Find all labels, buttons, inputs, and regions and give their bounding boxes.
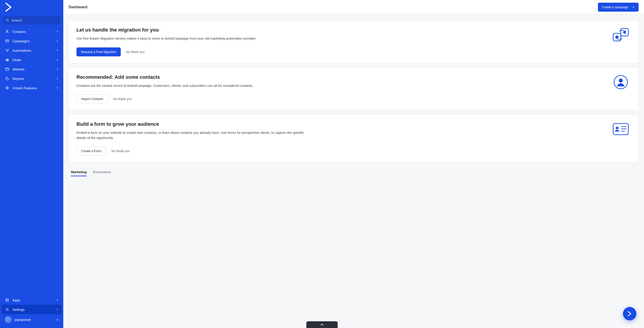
create-form-button[interactable]: Create a Form [76, 147, 106, 156]
search-box[interactable] [3, 16, 60, 25]
drawer-handle[interactable] [306, 321, 338, 328]
brand-chevron-icon [627, 311, 632, 316]
card-form: Build a form to grow your audience Embed… [69, 114, 639, 162]
target-icon [5, 86, 10, 90]
svg-line-1 [8, 21, 9, 22]
chevron-right-icon [56, 299, 58, 301]
svg-rect-15 [8, 299, 9, 300]
nav-item-reports[interactable]: Reports [2, 74, 62, 83]
nav-item-automations[interactable]: Automations [2, 46, 62, 55]
search-container [0, 14, 63, 26]
svg-rect-10 [6, 68, 9, 71]
account-name: popupsmart [14, 318, 54, 321]
chevron-right-icon [56, 77, 58, 80]
nav-item-unlock-features[interactable]: Unlock Features [2, 83, 62, 93]
card-desc: Embed a form on your website to create n… [76, 130, 311, 140]
chevron-right-icon [56, 68, 58, 70]
app-logo[interactable] [0, 0, 63, 14]
migration-illustration [611, 27, 631, 56]
create-campaign-label: Create a campaign [602, 5, 628, 9]
card-desc: Contacts are the central record of Activ… [76, 83, 311, 88]
tab-marketing[interactable]: Marketing [71, 168, 87, 176]
nav-item-settings[interactable]: Settings [2, 305, 62, 314]
card-contacts: Recommended: Add some contacts Contacts … [69, 67, 639, 111]
dismiss-link[interactable]: No thank you [126, 50, 145, 54]
nav-label: Automations [12, 49, 53, 52]
chevron-up-icon [320, 323, 324, 326]
gear-icon [5, 307, 10, 311]
nav-item-campaigns[interactable]: Campaigns [2, 36, 62, 46]
main: Dashboard Create a campaign ▼ Let us han… [63, 0, 644, 328]
svg-point-18 [7, 309, 8, 310]
card-body: Let us handle the migration for you Our … [76, 27, 602, 56]
search-icon [6, 18, 9, 22]
svg-rect-8 [7, 58, 8, 61]
svg-point-6 [7, 51, 8, 52]
nav-item-deals[interactable]: Deals [2, 55, 62, 65]
nav-label: Campaigns [12, 39, 53, 43]
nav-label: Website [12, 67, 53, 71]
account-menu[interactable]: popupsmart [2, 314, 62, 325]
chevron-right-icon [56, 308, 58, 310]
page-title: Dashboard [69, 5, 88, 9]
svg-rect-16 [6, 300, 7, 301]
window-icon [5, 67, 10, 71]
form-illustration [611, 121, 631, 156]
create-campaign-button[interactable]: Create a campaign ▼ [598, 3, 639, 12]
dismiss-link[interactable]: No thank you [113, 97, 132, 101]
card-actions: Request a Free Migration No thank you [76, 48, 602, 56]
svg-point-25 [616, 127, 618, 129]
svg-point-4 [6, 49, 6, 50]
secondary-nav: Apps Settings popupsmart [0, 294, 63, 328]
pie-icon [5, 77, 10, 81]
svg-rect-9 [8, 59, 8, 61]
chevron-right-icon [56, 49, 58, 52]
content-area: Let us handle the migration for you Our … [63, 14, 644, 328]
card-body: Recommended: Add some contacts Contacts … [76, 74, 602, 104]
mail-icon [5, 39, 10, 43]
card-title: Build a form to grow your audience [76, 121, 602, 127]
chevron-right-icon [56, 87, 58, 89]
svg-rect-17 [8, 300, 9, 301]
bars-icon [5, 58, 10, 62]
caret-down-icon: ▼ [632, 6, 634, 8]
nav-label: Reports [12, 77, 53, 81]
svg-point-2 [6, 30, 8, 32]
nav-item-website[interactable]: Website [2, 65, 62, 74]
card-title: Let us handle the migration for you [76, 27, 602, 33]
chevron-right-icon [56, 59, 58, 61]
request-migration-button[interactable]: Request a Free Migration [76, 48, 121, 56]
nav-label: Contacts [12, 30, 53, 34]
nav-label: Deals [12, 58, 53, 62]
card-desc: Our free Expert Migration service makes … [76, 36, 311, 41]
svg-rect-7 [6, 60, 6, 61]
card-body: Build a form to grow your audience Embed… [76, 121, 602, 156]
import-contacts-button[interactable]: Import Contacts [76, 94, 108, 103]
avatar [5, 316, 12, 323]
help-fab[interactable] [623, 307, 636, 320]
topbar: Dashboard Create a campaign ▼ [63, 0, 644, 14]
svg-point-23 [619, 79, 623, 83]
nav-item-contacts[interactable]: Contacts [2, 27, 62, 36]
svg-rect-14 [6, 299, 7, 300]
brand-chevron-icon [5, 3, 12, 12]
tab-ecommerce[interactable]: Ecommerce [93, 168, 111, 176]
user-icon [5, 30, 10, 34]
dismiss-link[interactable]: No thank you [111, 149, 130, 153]
svg-point-5 [8, 49, 8, 50]
dashboard-tabs: Marketing Ecommerce [69, 166, 639, 176]
svg-point-12 [6, 87, 8, 89]
card-actions: Create a Form No thank you [76, 147, 602, 156]
nav-item-apps[interactable]: Apps [2, 295, 62, 305]
chevron-right-icon [56, 318, 58, 321]
search-input[interactable] [12, 18, 58, 22]
primary-nav: Contacts Campaigns Automations Deals [0, 26, 63, 294]
card-actions: Import Contacts No thank you [76, 94, 602, 103]
chevron-right-icon [56, 31, 58, 33]
card-title: Recommended: Add some contacts [76, 74, 602, 80]
svg-point-13 [7, 88, 8, 89]
chevron-right-icon [56, 40, 58, 42]
sidebar: Contacts Campaigns Automations Deals [0, 0, 63, 328]
nav-label: Apps [12, 298, 53, 302]
nodes-icon [5, 48, 10, 52]
